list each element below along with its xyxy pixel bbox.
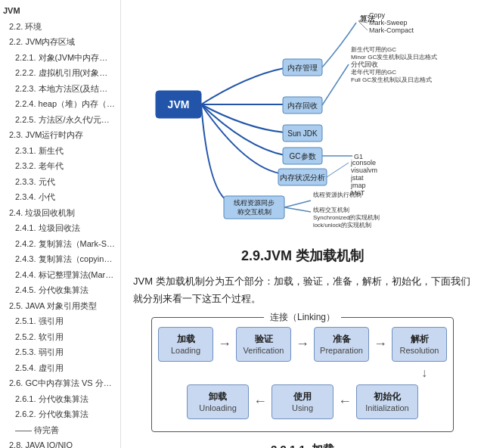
svg-text:Mark-Compact: Mark-Compact (369, 26, 414, 34)
loading-box: 加载 Loading (158, 327, 213, 362)
main-content: JVM 内存管理 算法 算法 Copy (121, 0, 484, 448)
sidebar-item-s29[interactable]: 2.8. JAVA IO/NIO (0, 437, 120, 448)
sidebar-item-s20[interactable]: 2.5. JAVA 对象引用类型 (0, 298, 120, 314)
svg-text:Sun JDK: Sun JDK (287, 129, 318, 138)
svg-text:内存回收: 内存回收 (287, 101, 318, 110)
sidebar: JVM2.2. 环境2.2. JVM内存区域2.2.1. 对象(JVM中内存分配… (0, 0, 121, 448)
preparation-box: 准备 Preparation (314, 327, 369, 362)
svg-text:lock/unlock的实现机制: lock/unlock的实现机制 (313, 222, 371, 229)
svg-text:Copy: Copy (369, 11, 386, 19)
sidebar-item-s27[interactable]: 2.6.2. 分代收集算法 (0, 406, 120, 422)
sidebar-item-s16[interactable]: 2.4.2. 复制算法（Mark-Sw...) (0, 236, 120, 252)
classload-diagram: 连接（Linking） 加载 Loading → 验证 Verification… (133, 317, 472, 432)
svg-text:jconsole: jconsole (350, 159, 376, 166)
resolution-box: 解析 Resolution (392, 327, 447, 362)
sidebar-item-s28[interactable]: —— 待完善 (0, 422, 120, 438)
preparation-zh: 准备 (333, 333, 351, 346)
using-en: Using (292, 403, 313, 412)
using-zh: 使用 (293, 390, 312, 403)
verification-zh: 验证 (255, 333, 273, 346)
loading-zh: 加载 (177, 333, 195, 346)
svg-text:老年代可用的GC: 老年代可用的GC (351, 69, 396, 76)
svg-text:JVM: JVM (168, 98, 190, 110)
sidebar-item-s11[interactable]: 2.3.2. 老年代 (0, 158, 120, 174)
sidebar-item-s4[interactable]: 2.2.1. 对象(JVM中内存分配机制) (0, 50, 120, 66)
sidebar-item-s13[interactable]: 2.3.4. 小代 (0, 189, 120, 205)
svg-text:线程资源执行机制: 线程资源执行机制 (313, 191, 361, 198)
arrow-down: ↓ (158, 366, 447, 380)
svg-text:内存管理: 内存管理 (287, 64, 318, 72)
svg-text:新生代可用的GC: 新生代可用的GC (351, 46, 396, 53)
diagram-row-2: 卸载 Unloading ← 使用 Using ← 初始化 Initializa… (158, 384, 447, 419)
sidebar-item-s22[interactable]: 2.5.2. 软引用 (0, 329, 120, 345)
svg-text:jstat: jstat (350, 174, 364, 182)
sidebar-item-s3[interactable]: 2.2. JVM内存区域 (0, 34, 120, 50)
arrow-1: → (218, 336, 231, 352)
arrow-5: ← (338, 394, 352, 409)
sidebar-item-s1[interactable]: JVM (0, 3, 120, 19)
sidebar-item-s8[interactable]: 2.2.5. 方法区/永久代/元空间(机制) (0, 112, 120, 128)
sidebar-item-s15[interactable]: 2.4.1. 垃圾回收法 (0, 220, 120, 236)
svg-text:Mark-Sweep: Mark-Sweep (369, 19, 408, 26)
unloading-zh: 卸载 (209, 390, 227, 403)
sidebar-item-s7[interactable]: 2.2.4. heap（堆）内存（内存机制） (0, 96, 120, 112)
svg-text:Full GC发生机制以及日志格式: Full GC发生机制以及日志格式 (351, 76, 432, 83)
sidebar-item-s6[interactable]: 2.2.3. 本地方法区(及结构机制) (0, 81, 120, 97)
svg-text:内存状况分析: 内存状况分析 (280, 173, 325, 182)
mindmap-container: JVM 内存管理 算法 算法 Copy (133, 8, 472, 235)
sidebar-item-s14[interactable]: 2.4. 垃圾回收机制 (0, 205, 120, 221)
arrow-2: → (296, 336, 309, 352)
linking-label: 连接（Linking） (264, 311, 341, 324)
initialization-box: 初始化 Initialization (356, 384, 418, 419)
sidebar-item-s23[interactable]: 2.5.3. 弱引用 (0, 344, 120, 360)
sidebar-item-s5[interactable]: 2.2.2. 虚拟机引用(对象引用机制) (0, 65, 120, 81)
sidebar-item-s18[interactable]: 2.4.4. 标记整理算法(Mark-C...) (0, 267, 120, 283)
section-title: 2.9.JVM 类加载机制 (133, 247, 472, 265)
svg-text:称交互机制: 称交互机制 (237, 208, 271, 216)
sidebar-item-s24[interactable]: 2.5.4. 虚引用 (0, 360, 120, 376)
arrow-3: → (374, 336, 387, 352)
sidebar-item-s2[interactable]: 2.2. 环境 (0, 19, 120, 35)
subsection-title: 2.9.1.1. 加载 (133, 443, 472, 448)
svg-text:Minor GC发生机制以及日志格式: Minor GC发生机制以及日志格式 (351, 54, 437, 61)
resolution-zh: 解析 (411, 333, 429, 346)
svg-text:分代回收: 分代回收 (351, 61, 378, 68)
sidebar-item-s26[interactable]: 2.6.1. 分代收集算法 (0, 391, 120, 407)
unloading-en: Unloading (199, 403, 237, 412)
sidebar-item-s10[interactable]: 2.3.1. 新生代 (0, 143, 120, 159)
sidebar-item-s9[interactable]: 2.3. JVM运行时内存 (0, 127, 120, 143)
svg-text:GC参数: GC参数 (290, 152, 316, 160)
resolution-en: Resolution (400, 346, 439, 355)
sidebar-item-s21[interactable]: 2.5.1. 强引用 (0, 313, 120, 329)
diagram-row-1: 加载 Loading → 验证 Verification → 准备 Prepar… (158, 327, 447, 362)
init-zh: 初始化 (374, 390, 401, 403)
init-en: Initialization (365, 403, 408, 412)
svg-text:线程资源同步: 线程资源同步 (234, 199, 275, 207)
verification-en: Verification (244, 346, 284, 355)
svg-text:Synchronized的实现机制: Synchronized的实现机制 (313, 214, 380, 221)
sidebar-item-s17[interactable]: 2.4.3. 复制算法（copying） (0, 251, 120, 267)
verification-box: 验证 Verification (236, 327, 291, 362)
sidebar-item-s25[interactable]: 2.6. GC中内存算法 VS 分代收集... (0, 375, 120, 391)
unloading-box: 卸载 Unloading (187, 384, 249, 419)
arrow-4: ← (253, 394, 267, 409)
svg-text:线程交互机制: 线程交互机制 (313, 207, 349, 213)
preparation-en: Preparation (320, 346, 363, 355)
sidebar-item-s12[interactable]: 2.3.3. 元代 (0, 174, 120, 190)
loading-en: Loading (171, 346, 200, 355)
using-box: 使用 Using (271, 384, 334, 419)
svg-text:jmap: jmap (350, 182, 366, 189)
section-desc: JVM 类加载机制分为五个部分：加载，验证，准备，解析，初始化，下面我们就分别来… (133, 272, 472, 308)
sidebar-item-s19[interactable]: 2.4.5. 分代收集算法 (0, 282, 120, 298)
svg-text:visualvm: visualvm (351, 166, 377, 174)
